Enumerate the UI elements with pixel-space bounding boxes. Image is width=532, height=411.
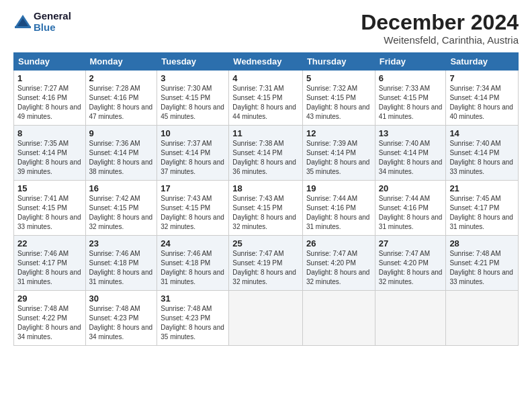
day-number: 25 (232, 238, 299, 248)
day-info: Sunrise: 7:40 AM Sunset: 4:14 PM Dayligh… (379, 139, 443, 177)
day-info: Sunrise: 7:46 AM Sunset: 4:18 PM Dayligh… (161, 249, 225, 287)
day-info: Sunrise: 7:35 AM Sunset: 4:14 PM Dayligh… (17, 139, 82, 177)
table-row: 17 Sunrise: 7:43 AM Sunset: 4:15 PM Dayl… (157, 181, 229, 236)
day-info: Sunrise: 7:39 AM Sunset: 4:14 PM Dayligh… (306, 139, 371, 177)
calendar-table: Sunday Monday Tuesday Wednesday Thursday… (13, 52, 519, 346)
table-row: 7 Sunrise: 7:34 AM Sunset: 4:14 PM Dayli… (446, 71, 519, 126)
table-row: 19 Sunrise: 7:44 AM Sunset: 4:16 PM Dayl… (302, 181, 375, 236)
day-number: 12 (306, 128, 371, 138)
table-row (375, 291, 446, 346)
table-row (446, 291, 519, 346)
day-info: Sunrise: 7:38 AM Sunset: 4:14 PM Dayligh… (232, 139, 299, 177)
col-sunday: Sunday (14, 53, 86, 71)
table-row: 15 Sunrise: 7:41 AM Sunset: 4:15 PM Dayl… (14, 181, 86, 236)
day-info: Sunrise: 7:37 AM Sunset: 4:14 PM Dayligh… (161, 139, 225, 177)
table-row: 4 Sunrise: 7:31 AM Sunset: 4:15 PM Dayli… (229, 71, 303, 126)
day-info: Sunrise: 7:47 AM Sunset: 4:20 PM Dayligh… (379, 249, 443, 287)
day-number: 8 (17, 128, 82, 138)
table-row: 31 Sunrise: 7:48 AM Sunset: 4:23 PM Dayl… (157, 291, 229, 346)
day-info: Sunrise: 7:36 AM Sunset: 4:14 PM Dayligh… (89, 139, 154, 177)
week-row-4: 22 Sunrise: 7:46 AM Sunset: 4:17 PM Dayl… (14, 236, 519, 291)
table-row: 10 Sunrise: 7:37 AM Sunset: 4:14 PM Dayl… (157, 126, 229, 181)
table-row: 6 Sunrise: 7:33 AM Sunset: 4:15 PM Dayli… (375, 71, 446, 126)
table-row: 26 Sunrise: 7:47 AM Sunset: 4:20 PM Dayl… (302, 236, 375, 291)
table-row: 13 Sunrise: 7:40 AM Sunset: 4:14 PM Dayl… (375, 126, 446, 181)
col-thursday: Thursday (302, 53, 375, 71)
table-row: 30 Sunrise: 7:48 AM Sunset: 4:23 PM Dayl… (85, 291, 157, 346)
table-row: 24 Sunrise: 7:46 AM Sunset: 4:18 PM Dayl… (157, 236, 229, 291)
col-friday: Friday (375, 53, 446, 71)
header: General Blue December 2024 Weitensfeld, … (13, 11, 519, 46)
table-row: 5 Sunrise: 7:32 AM Sunset: 4:15 PM Dayli… (302, 71, 375, 126)
day-info: Sunrise: 7:46 AM Sunset: 4:18 PM Dayligh… (89, 249, 154, 287)
location-title: Weitensfeld, Carinthia, Austria (361, 34, 519, 46)
table-row: 14 Sunrise: 7:40 AM Sunset: 4:14 PM Dayl… (446, 126, 519, 181)
day-info: Sunrise: 7:45 AM Sunset: 4:17 PM Dayligh… (449, 194, 515, 232)
table-row: 25 Sunrise: 7:47 AM Sunset: 4:19 PM Dayl… (229, 236, 303, 291)
week-row-1: 1 Sunrise: 7:27 AM Sunset: 4:16 PM Dayli… (14, 71, 519, 126)
day-number: 31 (161, 293, 225, 304)
day-number: 18 (232, 183, 299, 193)
day-number: 27 (379, 238, 443, 248)
table-row (302, 291, 375, 346)
day-info: Sunrise: 7:34 AM Sunset: 4:14 PM Dayligh… (449, 84, 515, 122)
title-area: December 2024 Weitensfeld, Carinthia, Au… (361, 11, 519, 46)
day-number: 22 (17, 238, 82, 248)
table-row: 16 Sunrise: 7:42 AM Sunset: 4:15 PM Dayl… (85, 181, 157, 236)
day-info: Sunrise: 7:48 AM Sunset: 4:23 PM Dayligh… (161, 304, 225, 342)
day-number: 29 (17, 293, 82, 304)
table-row: 21 Sunrise: 7:45 AM Sunset: 4:17 PM Dayl… (446, 181, 519, 236)
day-number: 19 (306, 183, 371, 193)
day-number: 28 (449, 238, 515, 248)
table-row: 23 Sunrise: 7:46 AM Sunset: 4:18 PM Dayl… (85, 236, 157, 291)
logo-area: General Blue (13, 11, 71, 33)
table-row: 29 Sunrise: 7:48 AM Sunset: 4:22 PM Dayl… (14, 291, 86, 346)
day-number: 23 (89, 238, 154, 248)
day-number: 3 (161, 73, 225, 83)
week-row-2: 8 Sunrise: 7:35 AM Sunset: 4:14 PM Dayli… (14, 126, 519, 181)
day-info: Sunrise: 7:27 AM Sunset: 4:16 PM Dayligh… (17, 84, 82, 122)
table-row: 11 Sunrise: 7:38 AM Sunset: 4:14 PM Dayl… (229, 126, 303, 181)
header-row: Sunday Monday Tuesday Wednesday Thursday… (14, 53, 519, 71)
day-info: Sunrise: 7:41 AM Sunset: 4:15 PM Dayligh… (17, 194, 82, 232)
day-info: Sunrise: 7:40 AM Sunset: 4:14 PM Dayligh… (449, 139, 515, 177)
table-row: 27 Sunrise: 7:47 AM Sunset: 4:20 PM Dayl… (375, 236, 446, 291)
day-info: Sunrise: 7:32 AM Sunset: 4:15 PM Dayligh… (306, 84, 371, 122)
col-tuesday: Tuesday (157, 53, 229, 71)
day-number: 13 (379, 128, 443, 138)
col-wednesday: Wednesday (229, 53, 303, 71)
table-row (229, 291, 303, 346)
day-number: 11 (232, 128, 299, 138)
day-info: Sunrise: 7:28 AM Sunset: 4:16 PM Dayligh… (89, 84, 154, 122)
day-number: 30 (89, 293, 154, 304)
day-info: Sunrise: 7:43 AM Sunset: 4:15 PM Dayligh… (161, 194, 225, 232)
week-row-3: 15 Sunrise: 7:41 AM Sunset: 4:15 PM Dayl… (14, 181, 519, 236)
day-number: 5 (306, 73, 371, 83)
table-row: 12 Sunrise: 7:39 AM Sunset: 4:14 PM Dayl… (302, 126, 375, 181)
day-info: Sunrise: 7:47 AM Sunset: 4:19 PM Dayligh… (232, 249, 299, 287)
day-number: 20 (379, 183, 443, 193)
day-number: 14 (449, 128, 515, 138)
table-row: 2 Sunrise: 7:28 AM Sunset: 4:16 PM Dayli… (85, 71, 157, 126)
day-number: 7 (449, 73, 515, 83)
week-row-5: 29 Sunrise: 7:48 AM Sunset: 4:22 PM Dayl… (14, 291, 519, 346)
table-row: 22 Sunrise: 7:46 AM Sunset: 4:17 PM Dayl… (14, 236, 86, 291)
table-row: 28 Sunrise: 7:48 AM Sunset: 4:21 PM Dayl… (446, 236, 519, 291)
day-number: 4 (232, 73, 299, 83)
day-info: Sunrise: 7:48 AM Sunset: 4:21 PM Dayligh… (449, 249, 515, 287)
day-info: Sunrise: 7:44 AM Sunset: 4:16 PM Dayligh… (306, 194, 371, 232)
day-info: Sunrise: 7:48 AM Sunset: 4:22 PM Dayligh… (17, 304, 82, 342)
day-number: 10 (161, 128, 225, 138)
day-info: Sunrise: 7:30 AM Sunset: 4:15 PM Dayligh… (161, 84, 225, 122)
day-number: 1 (17, 73, 82, 83)
day-number: 26 (306, 238, 371, 248)
svg-rect-2 (15, 26, 31, 28)
col-saturday: Saturday (446, 53, 519, 71)
logo-icon (13, 13, 32, 32)
month-title: December 2024 (361, 11, 519, 34)
day-info: Sunrise: 7:42 AM Sunset: 4:15 PM Dayligh… (89, 194, 154, 232)
day-number: 9 (89, 128, 154, 138)
day-info: Sunrise: 7:43 AM Sunset: 4:15 PM Dayligh… (232, 194, 299, 232)
day-info: Sunrise: 7:31 AM Sunset: 4:15 PM Dayligh… (232, 84, 299, 122)
table-row: 8 Sunrise: 7:35 AM Sunset: 4:14 PM Dayli… (14, 126, 86, 181)
